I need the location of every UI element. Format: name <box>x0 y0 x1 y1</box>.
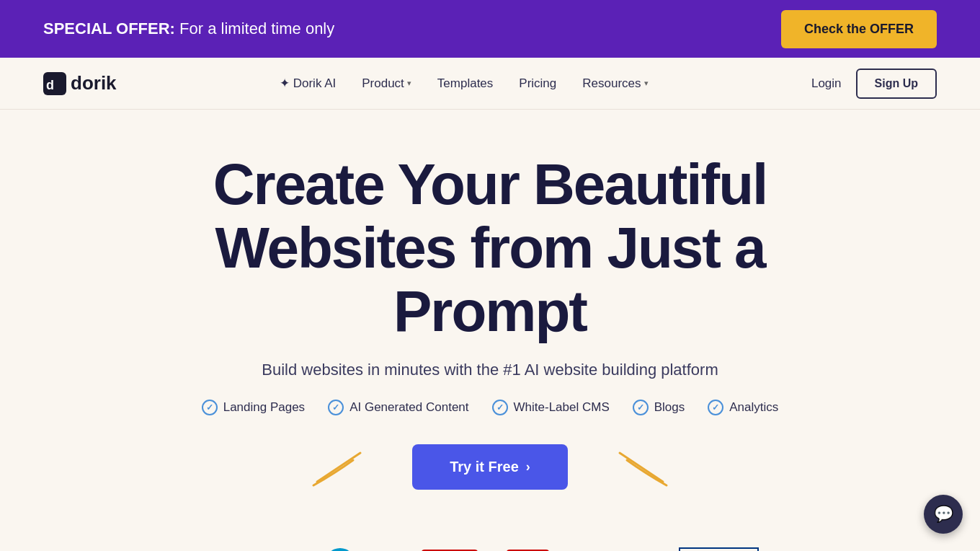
swoosh-left-decoration <box>310 446 368 489</box>
usnews-logo: & WORLD REPORT U.S.News <box>679 547 760 551</box>
login-link[interactable]: Login <box>811 76 842 91</box>
swoosh-right-decoration <box>612 446 670 489</box>
feature-label-ai: AI Generated Content <box>349 400 468 415</box>
logo[interactable]: d dorik <box>43 72 117 95</box>
nav-product-link[interactable]: Product ▾ <box>362 76 411 91</box>
try-free-button[interactable]: Try it Free › <box>412 444 568 490</box>
featured-section: Featured on: USATODAY CNN PC HubSpøt & W… <box>0 540 980 551</box>
navbar: d dorik ✦ Dorik AI Product ▾ Templates P… <box>0 58 980 110</box>
cta-area: Try it Free › <box>29 444 951 490</box>
nav-pricing-link[interactable]: Pricing <box>519 76 556 91</box>
feature-landing-pages: ✓ Landing Pages <box>202 400 305 415</box>
nav-resources-label: Resources <box>582 76 641 91</box>
banner-text: SPECIAL OFFER: For a limited time only <box>43 19 334 38</box>
product-chevron-icon: ▾ <box>407 79 411 88</box>
banner-special-text: For a limited time only <box>179 19 334 38</box>
nav-links: ✦ Dorik AI Product ▾ Templates Pricing R… <box>280 76 649 91</box>
chat-button[interactable]: 💬 <box>924 495 963 534</box>
logo-icon: d <box>43 72 66 95</box>
resources-chevron-icon: ▾ <box>644 79 649 88</box>
banner-cta-button[interactable]: Check the OFFER <box>781 10 937 48</box>
nav-templates-label: Templates <box>437 76 493 91</box>
nav-ai-link[interactable]: ✦ Dorik AI <box>280 76 336 91</box>
usa-today-logo: USATODAY <box>325 548 393 552</box>
check-icon-ai: ✓ <box>328 400 344 415</box>
signup-button[interactable]: Sign Up <box>856 69 937 99</box>
top-banner: SPECIAL OFFER: For a limited time only C… <box>0 0 980 58</box>
feature-ai-content: ✓ AI Generated Content <box>328 400 468 415</box>
nav-product-label: Product <box>362 76 404 91</box>
nav-resources-link[interactable]: Resources ▾ <box>582 76 648 91</box>
arrow-right-icon: › <box>526 459 530 475</box>
hero-features: ✓ Landing Pages ✓ AI Generated Content ✓… <box>29 400 951 415</box>
logos-row: USATODAY CNN PC HubSpøt & WORLD REPORT U… <box>325 547 760 551</box>
feature-white-label: ✓ White-Label CMS <box>492 400 610 415</box>
svg-text:d: d <box>46 78 54 92</box>
check-icon-analytics: ✓ <box>708 400 723 415</box>
try-free-label: Try it Free <box>450 459 519 475</box>
feature-blogs: ✓ Blogs <box>633 400 685 415</box>
ai-link-label: ✦ Dorik AI <box>280 76 336 91</box>
nav-pricing-label: Pricing <box>519 76 556 91</box>
chat-icon: 💬 <box>934 505 953 524</box>
check-icon-blogs: ✓ <box>633 400 649 415</box>
hero-title-line1: Create Your Beautiful <box>213 152 767 216</box>
hero-title: Create Your Beautiful Websites from Just… <box>130 153 850 343</box>
hero-subtitle: Build websites in minutes with the #1 AI… <box>29 361 951 379</box>
hero-section: Create Your Beautiful Websites from Just… <box>0 110 980 540</box>
hero-title-line2: Websites from Just a Prompt <box>215 216 765 343</box>
banner-special-label: SPECIAL OFFER: <box>43 19 175 38</box>
check-icon-landing: ✓ <box>202 400 218 415</box>
feature-analytics: ✓ Analytics <box>708 400 778 415</box>
check-icon-whitelabel: ✓ <box>492 400 508 415</box>
feature-label-analytics: Analytics <box>729 400 778 415</box>
logo-text: dorik <box>71 72 117 94</box>
usa-dot <box>325 548 355 552</box>
nav-templates-link[interactable]: Templates <box>437 76 493 91</box>
feature-label-whitelabel: White-Label CMS <box>514 400 610 415</box>
feature-label-blogs: Blogs <box>654 400 685 415</box>
feature-label-landing: Landing Pages <box>223 400 305 415</box>
nav-actions: Login Sign Up <box>811 69 937 99</box>
